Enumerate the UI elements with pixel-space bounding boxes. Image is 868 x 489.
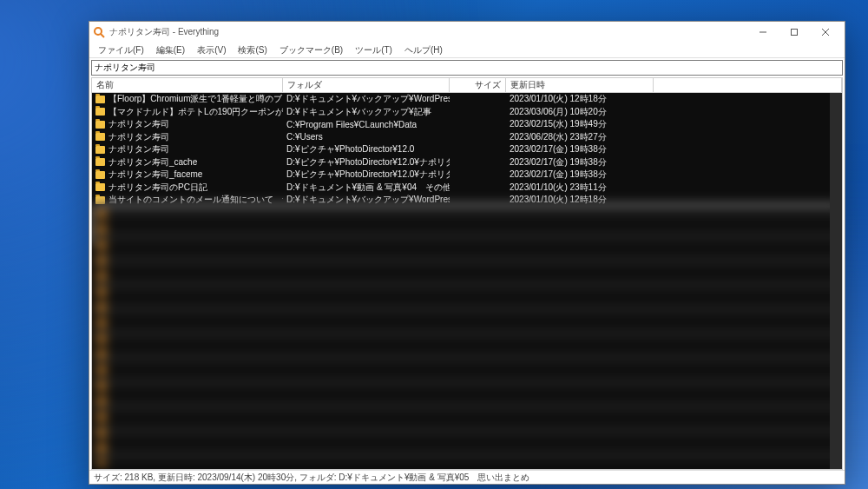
menu-edit[interactable]: 編集(E) bbox=[151, 43, 190, 57]
file-name-text: 当サイトのコメントのメール通知について ナポリ… bbox=[108, 194, 283, 206]
cell-folder: D:¥ドキュメント¥バックアップ¥WordPress¥記事バッ… bbox=[283, 194, 450, 207]
file-name-text: 【マクドナルド】ポテトLの190円クーポンがない時… bbox=[108, 106, 283, 118]
table-row[interactable]: ナポリタン寿司のPC日記D:¥ドキュメント¥動画 & 写真¥04 その他2023… bbox=[92, 182, 842, 195]
table-row[interactable]: ナポリタン寿司C:¥Users2023/06/28(水) 23時27分 bbox=[92, 131, 842, 144]
cell-name: ナポリタン寿司_faceme bbox=[92, 169, 283, 182]
cell-name: ナポリタン寿司 bbox=[92, 143, 283, 156]
cell-size bbox=[450, 169, 506, 182]
menu-tools[interactable]: ツール(T) bbox=[350, 43, 398, 57]
app-icon bbox=[93, 26, 105, 38]
cell-date: 2023/01/10(火) 12時18分 bbox=[506, 93, 654, 106]
vertical-scrollbar[interactable] bbox=[830, 93, 842, 469]
minimize-button[interactable] bbox=[747, 22, 779, 43]
menu-view[interactable]: 表示(V) bbox=[192, 43, 231, 57]
titlebar[interactable]: ナポリタン寿司 - Everything bbox=[89, 22, 845, 43]
folder-icon bbox=[95, 121, 105, 129]
folder-icon bbox=[95, 96, 105, 103]
cell-size bbox=[450, 131, 506, 144]
cell-size bbox=[450, 194, 506, 207]
cell-name: ナポリタン寿司のPC日記 bbox=[92, 182, 283, 195]
file-name-text: ナポリタン寿司_faceme bbox=[108, 169, 202, 181]
folder-icon bbox=[95, 108, 105, 116]
file-name-text: 【Floorp】Chromium派生で1番軽量と噂のブ… bbox=[108, 93, 283, 105]
cell-size bbox=[450, 156, 506, 169]
cell-date: 2023/01/10(火) 23時11分 bbox=[506, 182, 654, 195]
cell-size bbox=[450, 106, 506, 119]
window-title: ナポリタン寿司 - Everything bbox=[109, 26, 219, 38]
cell-date: 2023/01/10(火) 12時18分 bbox=[506, 194, 654, 207]
cell-folder: D:¥ピクチャ¥PhotoDirector¥12.0¥ナポリタン寿司 bbox=[283, 169, 450, 182]
cell-size bbox=[450, 93, 506, 106]
cell-date: 2023/02/17(金) 19時38分 bbox=[506, 143, 654, 156]
close-button[interactable] bbox=[810, 22, 841, 43]
cell-folder: D:¥ドキュメント¥バックアップ¥記事 bbox=[283, 106, 450, 119]
app-window: ナポリタン寿司 - Everything ファイル(F) 編集(E) 表示(V)… bbox=[89, 21, 845, 485]
svg-rect-3 bbox=[792, 30, 798, 36]
menu-bar: ファイル(F) 編集(E) 表示(V) 検索(S) ブックマーク(B) ツール(… bbox=[89, 43, 845, 58]
maximize-button[interactable] bbox=[779, 22, 810, 43]
cell-date: 2023/06/28(水) 23時27分 bbox=[506, 131, 654, 144]
folder-icon bbox=[95, 158, 105, 166]
cell-folder: D:¥ピクチャ¥PhotoDirector¥12.0 bbox=[283, 143, 450, 156]
cell-name: 当サイトのコメントのメール通知について ナポリ… bbox=[92, 194, 283, 207]
cell-size bbox=[450, 118, 506, 131]
svg-point-0 bbox=[95, 28, 102, 35]
cell-name: ナポリタン寿司_cache bbox=[92, 156, 283, 169]
table-row[interactable]: ナポリタン寿司D:¥ピクチャ¥PhotoDirector¥12.02023/02… bbox=[92, 143, 842, 156]
status-bar: サイズ: 218 KB, 更新日時: 2023/09/14(木) 20時30分,… bbox=[89, 470, 845, 484]
cell-folder: C:¥Users bbox=[283, 131, 450, 144]
col-header-name[interactable]: 名前 bbox=[92, 78, 283, 92]
menu-file[interactable]: ファイル(F) bbox=[93, 43, 149, 57]
cell-folder: D:¥ドキュメント¥動画 & 写真¥04 その他 bbox=[283, 182, 450, 195]
menu-help[interactable]: ヘルプ(H) bbox=[399, 43, 448, 57]
column-header: 名前 フォルダ サイズ 更新日時 bbox=[92, 78, 842, 93]
cell-name: 【Floorp】Chromium派生で1番軽量と噂のブ… bbox=[92, 93, 283, 106]
cell-size bbox=[450, 143, 506, 156]
cell-size bbox=[450, 182, 506, 195]
table-row[interactable]: 【Floorp】Chromium派生で1番軽量と噂のブ…D:¥ドキュメント¥バッ… bbox=[92, 93, 842, 106]
file-name-text: ナポリタン寿司 bbox=[108, 118, 169, 130]
cell-name: ナポリタン寿司 bbox=[92, 131, 283, 144]
cell-folder: D:¥ドキュメント¥バックアップ¥WordPress¥記事バッ… bbox=[283, 93, 450, 106]
col-header-folder[interactable]: フォルダ bbox=[283, 78, 450, 92]
menu-search[interactable]: 検索(S) bbox=[233, 43, 272, 57]
cell-date: 2023/02/17(金) 19時38分 bbox=[506, 156, 654, 169]
col-header-size[interactable]: サイズ bbox=[450, 78, 506, 92]
cell-date: 2023/03/06(月) 10時20分 bbox=[506, 106, 654, 119]
table-row[interactable]: ナポリタン寿司C:¥Program Files¥CLaunch¥Data2023… bbox=[92, 118, 842, 131]
cell-folder: D:¥ピクチャ¥PhotoDirector¥12.0¥ナポリタン寿司 bbox=[283, 156, 450, 169]
folder-icon bbox=[95, 196, 105, 204]
file-name-text: ナポリタン寿司のPC日記 bbox=[108, 182, 207, 194]
file-name-text: ナポリタン寿司_cache bbox=[108, 156, 197, 169]
folder-icon bbox=[95, 133, 105, 141]
menu-bookmark[interactable]: ブックマーク(B) bbox=[274, 43, 348, 57]
table-row[interactable]: ナポリタン寿司_cacheD:¥ピクチャ¥PhotoDirector¥12.0¥… bbox=[92, 156, 842, 169]
col-header-date[interactable]: 更新日時 bbox=[506, 78, 654, 92]
table-row[interactable]: ナポリタン寿司_facemeD:¥ピクチャ¥PhotoDirector¥12.0… bbox=[92, 169, 842, 182]
cell-folder: C:¥Program Files¥CLaunch¥Data bbox=[283, 118, 450, 131]
cell-name: 【マクドナルド】ポテトLの190円クーポンがない時… bbox=[92, 106, 283, 119]
search-bar bbox=[91, 60, 843, 76]
folder-icon bbox=[95, 146, 105, 154]
results-list: 名前 フォルダ サイズ 更新日時 【Floorp】Chromium派生で1番軽量… bbox=[91, 77, 843, 470]
folder-icon bbox=[95, 183, 105, 191]
col-header-rest[interactable] bbox=[654, 78, 842, 92]
table-row[interactable]: 【マクドナルド】ポテトLの190円クーポンがない時…D:¥ドキュメント¥バックア… bbox=[92, 106, 842, 119]
folder-icon bbox=[95, 171, 105, 179]
cell-name: ナポリタン寿司 bbox=[92, 118, 283, 131]
rows-container: 【Floorp】Chromium派生で1番軽量と噂のブ…D:¥ドキュメント¥バッ… bbox=[92, 93, 842, 469]
file-name-text: ナポリタン寿司 bbox=[108, 143, 169, 155]
svg-line-1 bbox=[101, 34, 104, 37]
cell-date: 2023/02/17(金) 19時38分 bbox=[506, 169, 654, 182]
blurred-rows bbox=[92, 206, 842, 469]
cell-date: 2023/02/15(水) 19時49分 bbox=[506, 118, 654, 131]
search-input[interactable] bbox=[91, 60, 843, 76]
table-row[interactable]: 当サイトのコメントのメール通知について ナポリ…D:¥ドキュメント¥バックアップ… bbox=[92, 194, 842, 207]
file-name-text: ナポリタン寿司 bbox=[108, 131, 169, 143]
